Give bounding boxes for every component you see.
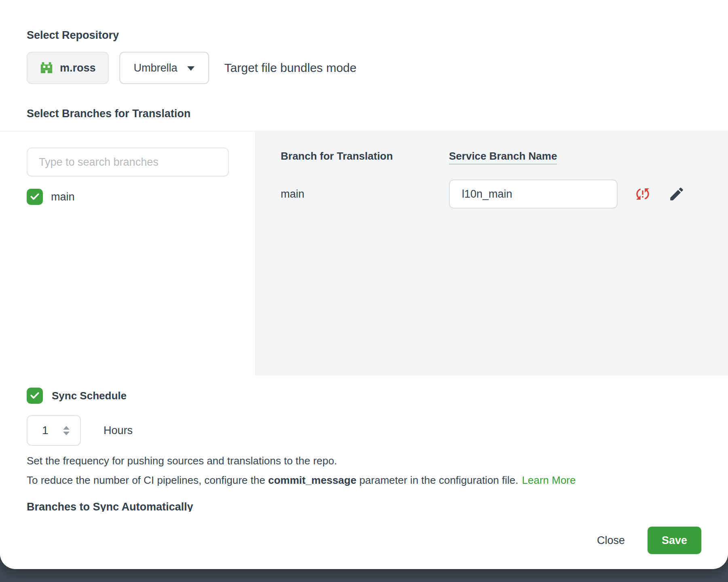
stepper-down-icon[interactable] bbox=[63, 432, 70, 435]
repository-section: Select Repository bbox=[0, 0, 728, 120]
commit-message-param: commit_message bbox=[268, 474, 356, 486]
sync-schedule-checkbox-checked[interactable] bbox=[27, 388, 43, 404]
ci-pipelines-note: To reduce the number of CI pipelines, co… bbox=[27, 473, 728, 487]
sync-schedule-row: Sync Schedule bbox=[27, 388, 728, 404]
row-branch-name: main bbox=[281, 188, 449, 200]
save-button[interactable]: Save bbox=[648, 527, 701, 554]
project-dropdown-value: Umbrella bbox=[134, 62, 178, 74]
checkmark-icon bbox=[30, 192, 40, 202]
table-header-row: Branch for Translation Service Branch Na… bbox=[281, 150, 728, 162]
close-button[interactable]: Close bbox=[595, 530, 627, 551]
checkmark-icon bbox=[30, 390, 40, 401]
service-branch-pane: Branch for Translation Service Branch Na… bbox=[255, 131, 728, 375]
sync-schedule-section: Sync Schedule 1 Hours Set the frequency … bbox=[0, 375, 728, 512]
branch-item-label[interactable]: main bbox=[51, 191, 75, 203]
branch-search-input[interactable] bbox=[27, 148, 229, 177]
table-row: main bbox=[281, 179, 728, 209]
chevron-down-icon bbox=[187, 66, 195, 71]
repository-button-label: m.ross bbox=[60, 62, 96, 74]
sync-schedule-label[interactable]: Sync Schedule bbox=[52, 390, 127, 402]
branches-to-sync-title: Branches to Sync Automatically bbox=[27, 500, 728, 512]
branch-list-pane: main bbox=[0, 131, 255, 375]
service-branch-name-input[interactable] bbox=[449, 179, 618, 209]
interval-unit-label: Hours bbox=[104, 424, 133, 437]
interval-value: 1 bbox=[42, 424, 49, 437]
branch-list-item: main bbox=[27, 189, 255, 205]
select-branches-title: Select Branches for Translation bbox=[27, 107, 728, 120]
branch-checkbox-checked[interactable] bbox=[27, 189, 43, 205]
ci-note-prefix: To reduce the number of CI pipelines, co… bbox=[27, 474, 268, 486]
dialog-footer: Close Save bbox=[0, 512, 728, 569]
interval-stepper[interactable]: 1 bbox=[27, 415, 81, 446]
frequency-description: Set the frequency for pushing sources an… bbox=[27, 454, 728, 468]
stepper-arrows-icon[interactable] bbox=[63, 426, 70, 435]
dialog-scroll-content: Select Repository bbox=[0, 0, 728, 512]
branches-split-section: main Branch for Translation Service Bran… bbox=[0, 131, 728, 375]
sync-problem-icon[interactable] bbox=[634, 185, 652, 203]
learn-more-link[interactable]: Learn More bbox=[522, 474, 576, 486]
edit-pencil-icon[interactable] bbox=[668, 185, 686, 203]
column-header-branch: Branch for Translation bbox=[281, 150, 449, 162]
repository-button[interactable]: m.ross bbox=[27, 52, 109, 84]
service-branch-header-tooltip-trigger[interactable]: Service Branch Name bbox=[449, 150, 557, 164]
project-dropdown[interactable]: Umbrella bbox=[119, 52, 209, 84]
repo-settings-dialog: Select Repository bbox=[0, 0, 728, 569]
select-repository-title: Select Repository bbox=[27, 28, 728, 42]
ci-note-suffix: parameter in the configuration file. bbox=[356, 474, 518, 486]
file-mode-label: Target file bundles mode bbox=[224, 61, 357, 75]
sync-interval-row: 1 Hours bbox=[27, 415, 728, 446]
pixel-avatar-icon bbox=[40, 61, 53, 75]
stepper-up-icon[interactable] bbox=[63, 426, 70, 430]
repository-row: m.ross Umbrella Target file bundles mode bbox=[27, 52, 728, 84]
column-header-service-branch: Service Branch Name bbox=[449, 150, 557, 162]
